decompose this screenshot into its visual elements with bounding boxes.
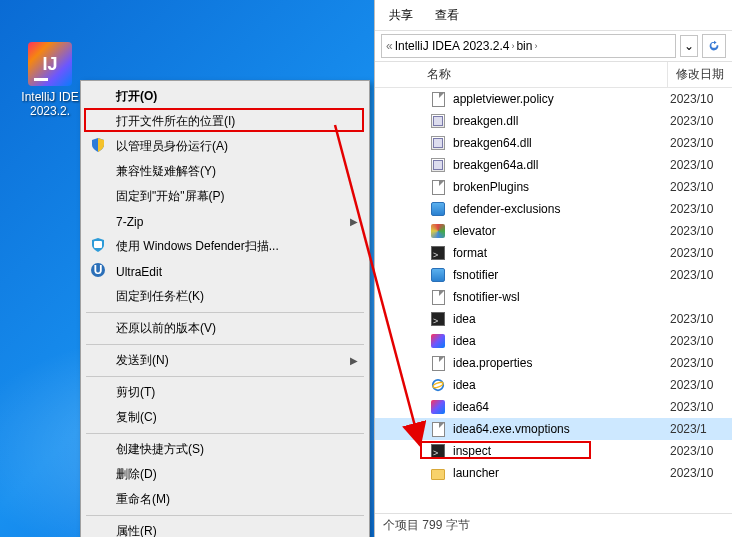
file-list-header: 名称 修改日期 — [375, 62, 732, 88]
file-date: 2023/10 — [668, 312, 732, 326]
file-type-icon — [429, 333, 447, 349]
menu-restore-versions[interactable]: 还原以前的版本(V) — [84, 316, 366, 341]
file-name: brokenPlugins — [453, 180, 668, 194]
menu-create-shortcut[interactable]: 创建快捷方式(S) — [84, 437, 366, 462]
file-name: elevator — [453, 224, 668, 238]
menu-open-file-location[interactable]: 打开文件所在的位置(I) — [84, 109, 366, 134]
breadcrumb[interactable]: « IntelliJ IDEA 2023.2.4 › bin › — [381, 34, 676, 58]
file-date: 2023/10 — [668, 356, 732, 370]
menu-pin-taskbar[interactable]: 固定到任务栏(K) — [84, 284, 366, 309]
menu-send-to[interactable]: 发送到(N)▶ — [84, 348, 366, 373]
tab-share[interactable]: 共享 — [389, 7, 413, 24]
context-menu: 打开(O) 打开文件所在的位置(I) 以管理员身份运行(A) 兼容性疑难解答(Y… — [80, 80, 370, 537]
file-type-icon — [429, 421, 447, 437]
file-type-icon — [429, 223, 447, 239]
file-type-icon — [429, 377, 447, 393]
explorer-status-bar: 个项目 799 字节 — [375, 513, 732, 537]
file-list: appletviewer.policy2023/10breakgen.dll20… — [375, 88, 732, 484]
file-name: fsnotifier-wsl — [453, 290, 668, 304]
menu-separator — [86, 515, 364, 516]
file-date: 2023/10 — [668, 92, 732, 106]
file-explorer-window: 共享 查看 « IntelliJ IDEA 2023.2.4 › bin › ⌄… — [374, 0, 732, 537]
chevron-right-icon: › — [511, 41, 514, 51]
menu-cut[interactable]: 剪切(T) — [84, 380, 366, 405]
file-type-icon — [429, 91, 447, 107]
menu-separator — [86, 312, 364, 313]
file-date: 2023/10 — [668, 202, 732, 216]
defender-icon — [90, 237, 108, 255]
chevron-down-icon: ⌄ — [684, 39, 694, 53]
file-type-icon — [429, 135, 447, 151]
menu-delete[interactable]: 删除(D) — [84, 462, 366, 487]
file-row[interactable]: appletviewer.policy2023/10 — [375, 88, 732, 110]
file-date: 2023/10 — [668, 378, 732, 392]
file-date: 2023/10 — [668, 400, 732, 414]
file-type-icon — [429, 267, 447, 283]
breadcrumb-item[interactable]: IntelliJ IDEA 2023.2.4 › — [395, 39, 515, 53]
file-type-icon — [429, 157, 447, 173]
menu-separator — [86, 433, 364, 434]
menu-pin-start[interactable]: 固定到"开始"屏幕(P) — [84, 184, 366, 209]
file-name: breakgen64.dll — [453, 136, 668, 150]
file-row[interactable]: breakgen64a.dll2023/10 — [375, 154, 732, 176]
svg-text:U: U — [94, 263, 103, 277]
address-dropdown[interactable]: ⌄ — [680, 35, 698, 57]
intellij-icon: IJ — [28, 42, 72, 86]
chevron-right-icon: › — [534, 41, 537, 51]
file-type-icon — [429, 201, 447, 217]
file-name: launcher — [453, 466, 668, 480]
file-date: 2023/10 — [668, 246, 732, 260]
explorer-address-bar: « IntelliJ IDEA 2023.2.4 › bin › ⌄ — [375, 30, 732, 62]
file-row[interactable]: idea642023/10 — [375, 396, 732, 418]
menu-open[interactable]: 打开(O) — [84, 84, 366, 109]
file-type-icon — [429, 465, 447, 481]
menu-7zip[interactable]: 7-Zip▶ — [84, 209, 366, 234]
menu-windows-defender-scan[interactable]: 使用 Windows Defender扫描... — [84, 234, 366, 259]
file-row[interactable]: idea2023/10 — [375, 374, 732, 396]
menu-run-as-admin[interactable]: 以管理员身份运行(A) — [84, 134, 366, 159]
file-type-icon — [429, 311, 447, 327]
file-row[interactable]: idea64.exe.vmoptions2023/1 — [375, 418, 732, 440]
tab-view[interactable]: 查看 — [435, 7, 459, 24]
file-name: idea64.exe.vmoptions — [453, 422, 668, 436]
file-row[interactable]: defender-exclusions2023/10 — [375, 198, 732, 220]
file-row[interactable]: format2023/10 — [375, 242, 732, 264]
shield-icon — [90, 137, 108, 155]
file-date: 2023/10 — [668, 114, 732, 128]
file-date: 2023/10 — [668, 268, 732, 282]
file-date: 2023/10 — [668, 158, 732, 172]
menu-copy[interactable]: 复制(C) — [84, 405, 366, 430]
file-row[interactable]: idea2023/10 — [375, 330, 732, 352]
submenu-arrow-icon: ▶ — [350, 355, 358, 366]
file-date: 2023/10 — [668, 334, 732, 348]
file-row[interactable]: fsnotifier-wsl — [375, 286, 732, 308]
file-row[interactable]: breakgen64.dll2023/10 — [375, 132, 732, 154]
file-type-icon — [429, 289, 447, 305]
menu-properties[interactable]: 属性(R) — [84, 519, 366, 537]
column-header-date[interactable]: 修改日期 — [668, 62, 732, 87]
menu-troubleshoot-compat[interactable]: 兼容性疑难解答(Y) — [84, 159, 366, 184]
column-header-name[interactable]: 名称 — [423, 62, 668, 87]
file-row[interactable]: breakgen.dll2023/10 — [375, 110, 732, 132]
file-type-icon — [429, 245, 447, 261]
file-name: breakgen64a.dll — [453, 158, 668, 172]
file-row[interactable]: elevator2023/10 — [375, 220, 732, 242]
file-name: breakgen.dll — [453, 114, 668, 128]
file-row[interactable]: idea2023/10 — [375, 308, 732, 330]
file-name: format — [453, 246, 668, 260]
file-type-icon — [429, 399, 447, 415]
file-row[interactable]: idea.properties2023/10 — [375, 352, 732, 374]
menu-rename[interactable]: 重命名(M) — [84, 487, 366, 512]
breadcrumb-item[interactable]: bin › — [516, 39, 537, 53]
desktop-shortcut-intellij[interactable]: IJ IntelliJ IDE2023.2. — [20, 42, 80, 119]
breadcrumb-back-icon: « — [386, 39, 393, 53]
file-row[interactable]: brokenPlugins2023/10 — [375, 176, 732, 198]
file-row[interactable]: inspect2023/10 — [375, 440, 732, 462]
file-date: 2023/10 — [668, 466, 732, 480]
file-row[interactable]: launcher2023/10 — [375, 462, 732, 484]
refresh-button[interactable] — [702, 34, 726, 58]
file-row[interactable]: fsnotifier2023/10 — [375, 264, 732, 286]
menu-ultraedit[interactable]: U UltraEdit — [84, 259, 366, 284]
file-name: defender-exclusions — [453, 202, 668, 216]
file-name: idea — [453, 312, 668, 326]
